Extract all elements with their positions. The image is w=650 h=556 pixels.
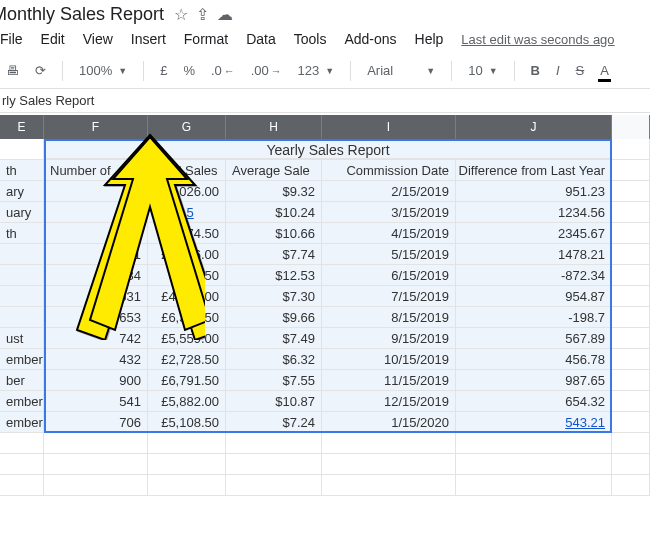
- cell[interactable]: $10.66: [226, 223, 322, 243]
- more-formats-button[interactable]: 123▼: [292, 59, 341, 82]
- cell[interactable]: $10.87: [226, 391, 322, 411]
- cell[interactable]: £8,474.50: [148, 223, 226, 243]
- col-header-i[interactable]: I: [322, 115, 456, 139]
- cell[interactable]: ary: [0, 181, 44, 201]
- col-header-h[interactable]: H: [226, 115, 322, 139]
- cell[interactable]: [612, 244, 650, 264]
- header-avg[interactable]: Average Sale: [226, 160, 322, 180]
- menu-tools[interactable]: Tools: [294, 31, 327, 47]
- cell[interactable]: $6.32: [226, 349, 322, 369]
- cell[interactable]: 9/15/2019: [322, 328, 456, 348]
- cell[interactable]: [612, 265, 650, 285]
- cell[interactable]: 4/15/2019: [322, 223, 456, 243]
- cell[interactable]: [612, 328, 650, 348]
- cell[interactable]: £6,791.50: [148, 370, 226, 390]
- cell[interactable]: $7.74: [226, 244, 322, 264]
- cell[interactable]: 567.89: [456, 328, 612, 348]
- cell[interactable]: $9.66: [226, 307, 322, 327]
- menu-format[interactable]: Format: [184, 31, 228, 47]
- cell[interactable]: [0, 244, 44, 264]
- cell[interactable]: 900: [44, 370, 148, 390]
- cell[interactable]: £6,311.50: [148, 307, 226, 327]
- cell[interactable]: 987.65: [456, 370, 612, 390]
- menu-view[interactable]: View: [83, 31, 113, 47]
- dec-plus-button[interactable]: .00→: [245, 59, 288, 82]
- cell[interactable]: $12.53: [226, 265, 322, 285]
- cell[interactable]: 234: [44, 265, 148, 285]
- col-header-f[interactable]: F: [44, 115, 148, 139]
- cell[interactable]: 5006.5: [148, 202, 226, 222]
- cell[interactable]: 653: [44, 307, 148, 327]
- cell[interactable]: 932.50: [148, 265, 226, 285]
- font-select[interactable]: Arial▼: [361, 59, 441, 82]
- cell[interactable]: $10.24: [226, 202, 322, 222]
- cell[interactable]: $9.32: [226, 181, 322, 201]
- zoom-select[interactable]: 100%▼: [73, 59, 133, 82]
- menu-edit[interactable]: Edit: [41, 31, 65, 47]
- cell[interactable]: [612, 160, 650, 180]
- col-header-blank[interactable]: [612, 115, 650, 139]
- cell[interactable]: ember: [0, 412, 44, 432]
- star-icon[interactable]: ☆: [174, 5, 188, 24]
- cell[interactable]: uary: [0, 202, 44, 222]
- menu-help[interactable]: Help: [415, 31, 444, 47]
- strike-button[interactable]: S: [570, 59, 591, 82]
- header-total[interactable]: Total Sales: [148, 160, 226, 180]
- cell[interactable]: [0, 307, 44, 327]
- cell[interactable]: -872.34: [456, 265, 612, 285]
- cell[interactable]: ust: [0, 328, 44, 348]
- cell[interactable]: £4,607.00: [148, 286, 226, 306]
- cell[interactable]: £5,559.00: [148, 328, 226, 348]
- cell[interactable]: [612, 181, 650, 201]
- cell[interactable]: 1478.21: [456, 244, 612, 264]
- cell[interactable]: 8/15/2019: [322, 307, 456, 327]
- cell[interactable]: th: [0, 223, 44, 243]
- cell[interactable]: ember: [0, 349, 44, 369]
- cell[interactable]: [612, 412, 650, 432]
- menu-addons[interactable]: Add-ons: [344, 31, 396, 47]
- menu-insert[interactable]: Insert: [131, 31, 166, 47]
- edit-status[interactable]: Last edit was seconds ago: [461, 32, 614, 47]
- cell[interactable]: 631: [44, 286, 148, 306]
- cell[interactable]: 742: [44, 328, 148, 348]
- menu-data[interactable]: Data: [246, 31, 276, 47]
- cell[interactable]: 456.78: [456, 349, 612, 369]
- cell[interactable]: 1234.56: [456, 202, 612, 222]
- col-header-e[interactable]: E: [0, 115, 44, 139]
- col-header-g[interactable]: G: [148, 115, 226, 139]
- cell[interactable]: [0, 265, 44, 285]
- cell[interactable]: [612, 223, 650, 243]
- cell[interactable]: 11/15/2019: [322, 370, 456, 390]
- move-icon[interactable]: ⇪: [196, 5, 209, 24]
- cell[interactable]: $7.55: [226, 370, 322, 390]
- cell[interactable]: [0, 286, 44, 306]
- header-diff[interactable]: Difference from Last Year: [456, 160, 612, 180]
- bold-button[interactable]: B: [525, 59, 546, 82]
- cell[interactable]: 32: [44, 181, 148, 201]
- cell[interactable]: 3/15/2019: [322, 202, 456, 222]
- table-title-cell[interactable]: Yearly Sales Report: [44, 139, 612, 159]
- cell[interactable]: [612, 286, 650, 306]
- doc-title[interactable]: Monthly Sales Report: [0, 4, 164, 25]
- cell[interactable]: 1/15/2020: [322, 412, 456, 432]
- cell[interactable]: 12/15/2019: [322, 391, 456, 411]
- cell[interactable]: [612, 349, 650, 369]
- cell[interactable]: [612, 307, 650, 327]
- cell[interactable]: [612, 391, 650, 411]
- cell[interactable]: ber: [0, 370, 44, 390]
- font-size-select[interactable]: 10▼: [462, 59, 503, 82]
- cell[interactable]: £5,108.50: [148, 412, 226, 432]
- cloud-icon[interactable]: ☁: [217, 5, 233, 24]
- cell[interactable]: 10/15/2019: [322, 349, 456, 369]
- cell[interactable]: £3,876.00: [148, 244, 226, 264]
- cell[interactable]: 543.21: [456, 412, 612, 432]
- cell[interactable]: 7/15/2019: [322, 286, 456, 306]
- cell[interactable]: 5/15/2019: [322, 244, 456, 264]
- cell[interactable]: £2,728.50: [148, 349, 226, 369]
- cell[interactable]: [612, 139, 650, 159]
- header-number[interactable]: Number of: [44, 160, 148, 180]
- print-icon[interactable]: 🖶: [0, 59, 25, 82]
- header-commission[interactable]: Commission Date: [322, 160, 456, 180]
- cell[interactable]: 4: [44, 202, 148, 222]
- formula-bar[interactable]: rly Sales Report: [0, 89, 650, 113]
